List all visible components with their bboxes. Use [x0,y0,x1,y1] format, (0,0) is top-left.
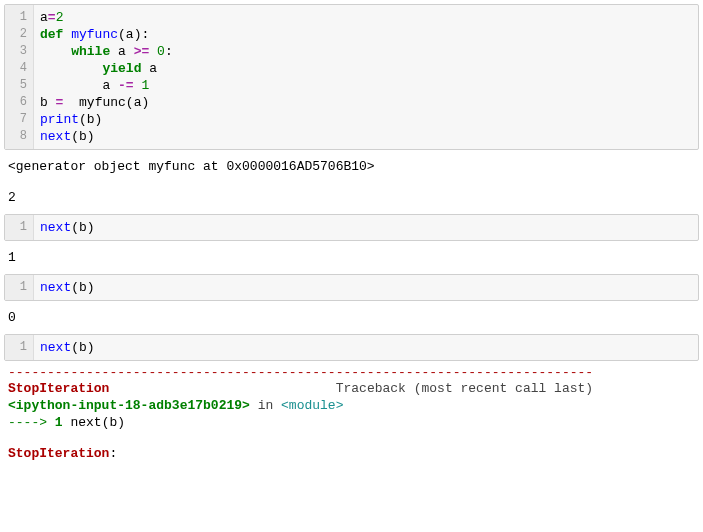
line-number: 4 [9,60,27,77]
cell-output-value: 1 [0,245,703,270]
traceback-separator: ----------------------------------------… [0,365,703,380]
traceback-header: StopIteration Traceback (most recent cal… [0,380,703,397]
code-cell-1[interactable]: 1 2 3 4 5 6 7 8 a=2def myfunc(a): while … [4,4,699,150]
traceback-final: StopIteration: [0,445,703,462]
code-editor[interactable]: a=2def myfunc(a): while a >= 0: yield a … [34,5,179,149]
line-number: 1 [9,279,27,296]
cell-output-repr: <generator object myfunc at 0x0000016AD5… [0,154,703,179]
code-cell-4[interactable]: 1 next(b) [4,334,699,361]
cell-output-value: 2 [0,185,703,210]
line-number: 1 [9,219,27,236]
cell-output-value: 0 [0,305,703,330]
line-number: 3 [9,43,27,60]
code-cell-2[interactable]: 1 next(b) [4,214,699,241]
line-number: 7 [9,111,27,128]
traceback-code-line: ----> 1 next(b) [0,414,703,431]
traceback-location: <ipython-input-18-adb3e17b0219> in <modu… [0,397,703,414]
line-number: 6 [9,94,27,111]
code-editor[interactable]: next(b) [34,335,101,360]
code-editor[interactable]: next(b) [34,275,101,300]
code-cell-3[interactable]: 1 next(b) [4,274,699,301]
line-number: 1 [9,9,27,26]
line-number: 1 [9,339,27,356]
code-editor[interactable]: next(b) [34,215,101,240]
line-number: 8 [9,128,27,145]
line-number: 5 [9,77,27,94]
line-gutter: 1 [5,335,34,360]
line-gutter: 1 [5,215,34,240]
line-gutter: 1 [5,275,34,300]
line-number: 2 [9,26,27,43]
line-gutter: 1 2 3 4 5 6 7 8 [5,5,34,149]
